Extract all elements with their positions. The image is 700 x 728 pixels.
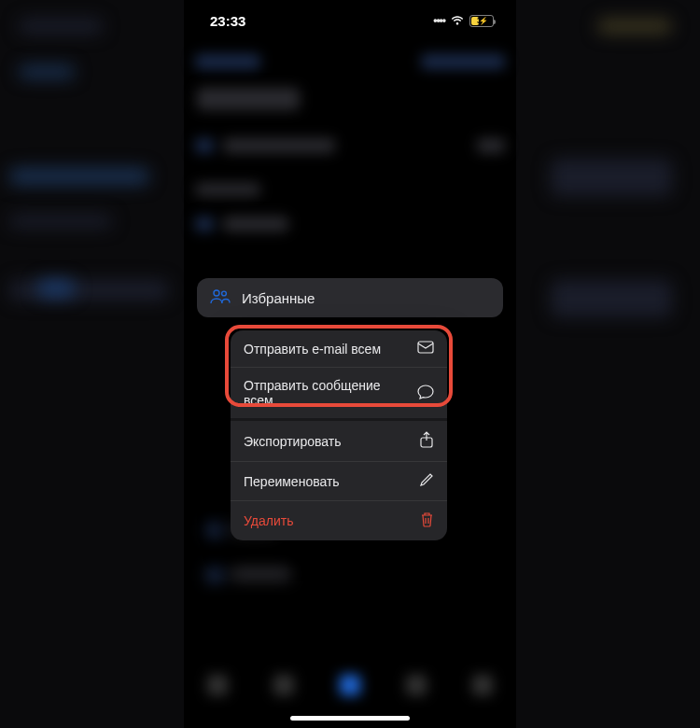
menu-delete[interactable]: Удалить — [231, 501, 447, 540]
menu-export[interactable]: Экспортировать — [231, 421, 447, 462]
list-row-blur — [195, 217, 505, 237]
phone-screen: 23:33 •••• 36 ⚡ — [184, 0, 516, 728]
pencil-icon — [419, 472, 434, 490]
context-menu: Отправить e-mail всем Отправить сообщени… — [231, 330, 447, 540]
svg-point-1 — [222, 291, 227, 296]
cellular-dots-icon: •••• — [433, 14, 445, 27]
menu-delete-label: Удалить — [244, 513, 293, 528]
page-title-blur — [197, 88, 505, 110]
menu-email-all[interactable]: Отправить e-mail всем — [231, 330, 447, 368]
menu-rename[interactable]: Переименовать — [231, 462, 447, 501]
wifi-icon — [450, 15, 465, 26]
status-right: •••• 36 ⚡ — [433, 14, 494, 27]
svg-rect-2 — [418, 342, 433, 353]
favorites-list-item[interactable]: Избранные — [197, 278, 503, 317]
battery-indicator: 36 ⚡ — [469, 15, 494, 27]
home-indicator[interactable] — [290, 716, 410, 721]
tab-item[interactable] — [406, 675, 427, 695]
menu-rename-label: Переименовать — [244, 474, 340, 489]
tab-item-active[interactable] — [340, 675, 360, 695]
nav-row-blur — [195, 54, 505, 75]
envelope-icon — [417, 341, 434, 357]
favorites-label: Избранные — [242, 290, 315, 306]
status-bar: 23:33 •••• 36 ⚡ — [184, 0, 516, 41]
section-label-blur — [195, 183, 505, 203]
menu-message-all-label: Отправить сообщение всем — [244, 378, 410, 408]
menu-export-label: Экспортировать — [244, 434, 341, 449]
status-time: 23:33 — [210, 13, 245, 29]
trash-icon — [420, 511, 434, 530]
tab-item[interactable] — [472, 675, 493, 695]
list-header-blur — [195, 138, 505, 159]
tab-bar — [184, 663, 516, 707]
tab-item[interactable] — [207, 675, 228, 695]
chat-bubble-icon — [417, 385, 434, 402]
share-icon — [419, 431, 434, 451]
svg-point-0 — [214, 290, 219, 296]
group-icon — [210, 289, 231, 307]
charging-icon: ⚡ — [479, 17, 488, 25]
menu-email-all-label: Отправить e-mail всем — [244, 342, 381, 357]
menu-message-all[interactable]: Отправить сообщение всем — [231, 368, 447, 421]
tab-item[interactable] — [273, 675, 294, 695]
